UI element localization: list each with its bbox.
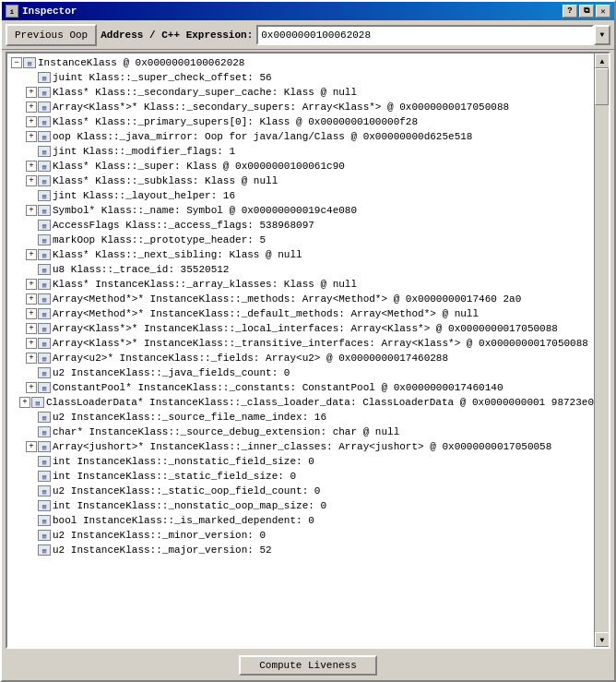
tree-row[interactable]: ▤AccessFlags Klass::_access_flags: 53896…	[7, 218, 594, 233]
address-label: Address / C++ Expression:	[101, 30, 253, 41]
tree-row[interactable]: +▤Symbol* Klass::_name: Symbol @ 0x00000…	[7, 203, 594, 218]
close-btn[interactable]: ✕	[596, 5, 610, 18]
tree-node-icon: ▤	[23, 57, 36, 68]
address-input[interactable]	[256, 25, 594, 45]
tree-row[interactable]: ▤int InstanceKlass::_nonstatic_field_siz…	[7, 454, 594, 469]
tree-row[interactable]: +▤Array<Klass*>* InstanceKlass::_local_i…	[7, 321, 594, 336]
tree-row-text: int InstanceKlass::_static_field_size: 0	[53, 471, 296, 482]
expander-icon[interactable]: −	[11, 57, 22, 68]
tree-row-text: Array<Klass*>* Klass::_secondary_supers:…	[53, 102, 509, 113]
tree-row[interactable]: ▤u2 InstanceKlass::_minor_version: 0	[7, 528, 594, 543]
tree-row[interactable]: +▤Klass* Klass::_subklass: Klass @ null	[7, 173, 594, 188]
expander-icon[interactable]: +	[26, 205, 37, 216]
tree-row[interactable]: ▤u2 InstanceKlass::_major_version: 52	[7, 543, 594, 557]
tree-row-text: Array<Method*>* InstanceKlass::_default_…	[53, 308, 479, 319]
tree-node-icon: ▤	[38, 485, 51, 497]
tree-row[interactable]: +▤Array<Method*>* InstanceKlass::_method…	[7, 292, 594, 306]
tree-node-icon: ▤	[38, 382, 51, 393]
address-dropdown-button[interactable]: ▼	[594, 25, 610, 45]
tree-row[interactable]: ▤int InstanceKlass::_static_field_size: …	[7, 469, 594, 484]
tree-row[interactable]: +▤Klass* Klass::_next_sibling: Klass @ n…	[7, 247, 594, 262]
expander-icon[interactable]: +	[26, 382, 37, 393]
expander-icon[interactable]: +	[26, 441, 37, 452]
expander-icon[interactable]: +	[26, 353, 37, 364]
tree-node-icon: ▤	[38, 353, 51, 364]
vertical-scrollbar[interactable]: ▲ ▼	[594, 54, 609, 647]
tree-container[interactable]: −▤InstanceKlass @ 0x0000000100062028▤jui…	[7, 54, 594, 647]
expander-icon[interactable]: +	[26, 279, 37, 290]
expander-icon[interactable]: +	[26, 116, 37, 127]
tree-row[interactable]: ▤juint Klass::_super_check_offset: 56	[7, 70, 594, 85]
help-btn[interactable]: ?	[563, 5, 577, 18]
restore-btn[interactable]: ⧉	[579, 5, 594, 18]
expander-icon[interactable]: +	[26, 161, 37, 172]
expander-icon[interactable]: +	[26, 175, 37, 186]
tree-node-icon: ▤	[38, 367, 51, 378]
tree-row-text: Klass* Klass::_next_sibling: Klass @ nul…	[53, 249, 302, 260]
tree-row-text: Klass* Klass::_subklass: Klass @ null	[53, 175, 278, 186]
tree-row-text: jint Klass::_layout_helper: 16	[53, 190, 235, 201]
tree-row-text: Array<Klass*>* InstanceKlass::_transitiv…	[53, 338, 588, 349]
tree-row[interactable]: +▤Klass* Klass::_primary_supers[0]: Klas…	[7, 114, 594, 129]
expander-icon[interactable]: +	[26, 131, 37, 142]
tree-node-icon: ▤	[38, 471, 51, 482]
tree-row[interactable]: ▤jint Klass::_layout_helper: 16	[7, 188, 594, 203]
expander-icon[interactable]: +	[26, 323, 37, 334]
tree-row-text: ClassLoaderData* InstanceKlass::_class_l…	[46, 397, 594, 408]
compute-liveness-button[interactable]: Compute Liveness	[239, 655, 377, 676]
tree-row[interactable]: +▤Klass* InstanceKlass::_array_klasses: …	[7, 277, 594, 292]
tree-row[interactable]: ▤u2 InstanceKlass::_static_oop_field_cou…	[7, 484, 594, 498]
content-area: −▤InstanceKlass @ 0x0000000100062028▤jui…	[6, 52, 610, 649]
tree-row[interactable]: ▤markOop Klass::_prototype_header: 5	[7, 233, 594, 247]
tree-node-icon: ▤	[38, 146, 51, 157]
tree-row-text: jint Klass::_modifier_flags: 1	[53, 146, 235, 157]
toolbar: Previous Oop Address / C++ Expression: ▼	[2, 20, 614, 50]
tree-row[interactable]: +▤oop Klass::_java_mirror: Oop for java/…	[7, 129, 594, 144]
address-input-wrapper: ▼	[256, 25, 610, 45]
tree-node-icon: ▤	[38, 323, 51, 334]
tree-row[interactable]: +▤Array<Klass*>* InstanceKlass::_transit…	[7, 336, 594, 351]
tree-row[interactable]: ▤u8 Klass::_trace_id: 35520512	[7, 262, 594, 277]
expander-icon[interactable]: +	[26, 102, 37, 113]
tree-node-icon: ▤	[38, 279, 51, 290]
window-icon: i	[6, 5, 18, 18]
tree-row[interactable]: ▤char* InstanceKlass::_source_debug_exte…	[7, 425, 594, 439]
tree-node-icon: ▤	[38, 116, 51, 127]
tree-node-icon: ▤	[38, 544, 51, 556]
tree-row[interactable]: +▤Klass* Klass::_super: Klass @ 0x000000…	[7, 159, 594, 173]
title-bar-left: i Inspector	[6, 5, 77, 18]
tree-row[interactable]: +▤Array<Method*>* InstanceKlass::_defaul…	[7, 306, 594, 321]
expander-icon[interactable]: +	[19, 397, 30, 408]
tree-node-icon: ▤	[38, 220, 51, 231]
tree-row[interactable]: ▤u2 InstanceKlass::_java_fields_count: 0	[7, 365, 594, 380]
scroll-up-button[interactable]: ▲	[595, 54, 610, 68]
tree-row[interactable]: +▤Array<u2>* InstanceKlass::_fields: Arr…	[7, 351, 594, 365]
scroll-track[interactable]	[595, 68, 609, 632]
tree-row-text: Array<Klass*>* InstanceKlass::_local_int…	[53, 323, 558, 334]
expander-icon[interactable]: +	[26, 249, 37, 260]
scroll-down-button[interactable]: ▼	[595, 632, 610, 647]
tree-row[interactable]: ▤bool InstanceKlass::_is_marked_dependen…	[7, 513, 594, 528]
tree-node-icon: ▤	[38, 249, 51, 260]
title-buttons: ? ⧉ ✕	[563, 5, 610, 18]
tree-row[interactable]: ▤int InstanceKlass::_nonstatic_oop_map_s…	[7, 498, 594, 513]
tree-row[interactable]: +▤Array<jushort>* InstanceKlass::_inner_…	[7, 439, 594, 454]
tree-row[interactable]: +▤Array<Klass*>* Klass::_secondary_super…	[7, 100, 594, 114]
tree-node-icon: ▤	[38, 87, 51, 98]
expander-icon[interactable]: +	[26, 87, 37, 98]
expander-icon[interactable]: +	[26, 308, 37, 319]
tree-row[interactable]: +▤Klass* Klass::_secondary_super_cache: …	[7, 85, 594, 100]
title-bar: i Inspector ? ⧉ ✕	[2, 2, 614, 20]
expander-icon[interactable]: +	[26, 338, 37, 349]
scroll-thumb[interactable]	[595, 68, 609, 105]
tree-row[interactable]: −▤InstanceKlass @ 0x0000000100062028	[7, 55, 594, 70]
expander-icon[interactable]: +	[26, 293, 37, 305]
tree-row-text: u2 InstanceKlass::_minor_version: 0	[53, 530, 266, 541]
tree-row[interactable]: ▤jint Klass::_modifier_flags: 1	[7, 144, 594, 159]
previous-oop-button[interactable]: Previous Oop	[6, 24, 97, 46]
tree-node-icon: ▤	[38, 308, 51, 319]
chevron-down-icon: ▼	[600, 30, 605, 39]
tree-row[interactable]: ▤u2 InstanceKlass::_source_file_name_ind…	[7, 410, 594, 425]
tree-row[interactable]: +▤ClassLoaderData* InstanceKlass::_class…	[7, 395, 594, 410]
tree-row[interactable]: +▤ConstantPool* InstanceKlass::_constant…	[7, 380, 594, 395]
